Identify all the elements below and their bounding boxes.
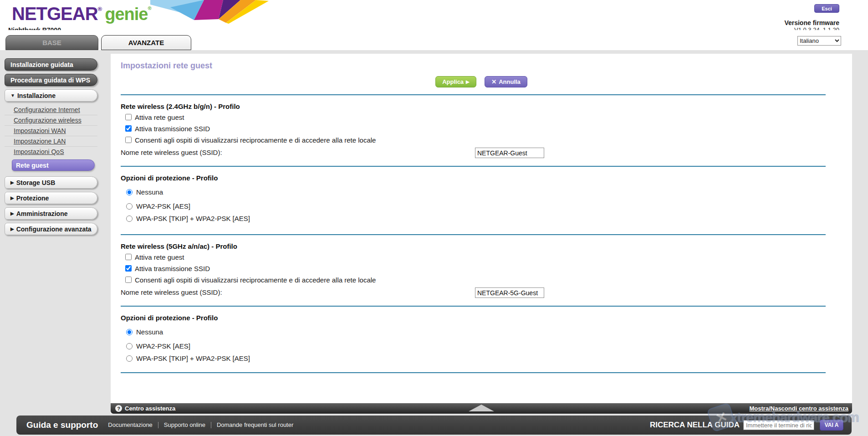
- sidebar-section-protezione[interactable]: ▶ Protezione: [5, 192, 97, 204]
- chevron-right-icon: ▶: [10, 226, 14, 231]
- checkbox-row-trasmissione-ssid-24[interactable]: Attiva trasmissione SSID: [125, 124, 852, 133]
- guide-search-input[interactable]: [743, 420, 814, 430]
- checkbox-row-attiva-rete-guest-24[interactable]: Attiva rete guest: [125, 113, 852, 121]
- radio-wpa-wpa2-mixed-24[interactable]: [126, 215, 133, 222]
- checkbox-label: Consenti agli ospiti di visualizzarsi re…: [135, 276, 376, 284]
- checkbox-row-trasmissione-ssid-5[interactable]: Attiva trasmissione SSID: [125, 264, 852, 272]
- radio-nessuna-24[interactable]: [126, 189, 133, 195]
- ssid-input-24ghz[interactable]: [475, 148, 544, 158]
- sidebar-item-impostazioni-wan[interactable]: Impostazioni WAN: [5, 125, 97, 136]
- language-select[interactable]: Italiano: [797, 36, 841, 46]
- checkbox-label: Attiva trasmissione SSID: [135, 265, 210, 272]
- checkbox-consenti-ospiti-24[interactable]: [125, 137, 132, 143]
- firmware-version-label: Versione firmware: [784, 19, 839, 26]
- radio-row-wpa2-psk-24[interactable]: WPA2-PSK [AES]: [126, 202, 852, 210]
- sidebar-item-installazione-guidata[interactable]: Installazione guidata: [5, 58, 97, 71]
- sidebar-item-procedura-wps[interactable]: Procedura guidata di WPS: [5, 74, 97, 86]
- section-divider: [121, 234, 826, 235]
- checkbox-attiva-rete-guest-5[interactable]: [125, 254, 132, 260]
- section-divider: [121, 94, 826, 95]
- tab-base[interactable]: BASE: [5, 35, 98, 50]
- checkbox-label: Consenti agli ospiti di visualizzarsi re…: [135, 136, 376, 144]
- ssid-row-5ghz: Nome rete wireless guest (SSID):: [121, 288, 852, 299]
- guide-search: RICERCA NELLA GUIDA VAI A: [650, 420, 843, 431]
- sidebar-item-rete-guest-selected[interactable]: Rete guest: [12, 159, 95, 171]
- ssid-input-5ghz[interactable]: [475, 287, 544, 298]
- header: NETGEAR®genie® Nighthawk R7000 Esci Vers…: [0, 0, 868, 30]
- sidebar-item-impostazioni-qos[interactable]: Impostazioni QoS: [5, 146, 97, 157]
- play-arrow-icon: ▶: [466, 79, 470, 84]
- footer-links: Documentazione Supporto online Domande f…: [108, 422, 299, 428]
- sidebar-collapsed-group: ▶ Storage USB ▶ Protezione ▶ Amministraz…: [5, 176, 97, 235]
- registered-mark-icon: ®: [98, 5, 102, 12]
- radio-label: WPA-PSK [TKIP] + WPA2-PSK [AES]: [136, 354, 250, 362]
- radio-row-wpa2-psk-5[interactable]: WPA2-PSK [AES]: [126, 342, 852, 350]
- chevron-right-icon: ▶: [10, 195, 14, 200]
- sidebar-section-installazione[interactable]: ▼ Installazione: [5, 89, 97, 102]
- sidebar-section-label: Protezione: [16, 195, 49, 202]
- help-center-label: Centro assistenza: [125, 405, 175, 412]
- sidebar-item-impostazione-lan[interactable]: Impostazione LAN: [5, 136, 97, 146]
- radio-wpa2-psk-24[interactable]: [126, 203, 133, 210]
- checkbox-trasmissione-ssid-5[interactable]: [125, 265, 132, 272]
- genie-wordmark: genie: [105, 5, 148, 24]
- logout-button[interactable]: Esci: [814, 4, 839, 13]
- sidebar-section-storage-usb[interactable]: ▶ Storage USB: [5, 176, 97, 189]
- radio-row-wpa-wpa2-mixed-24[interactable]: WPA-PSK [TKIP] + WPA2-PSK [AES]: [126, 215, 852, 222]
- sidebar-item-label: Installazione guidata: [10, 61, 73, 68]
- go-button[interactable]: VAI A: [820, 420, 843, 431]
- footer-bar: Guida e supporto Documentazione Supporto…: [16, 415, 852, 435]
- brand-ribbon-graphic: [150, 0, 269, 24]
- footer-link-domande-frequenti[interactable]: Domande frequenti sul router: [211, 422, 299, 428]
- toggle-help-center-link[interactable]: Mostra/Nascondi centro assistenza: [750, 405, 848, 412]
- checkbox-row-consenti-ospiti-24[interactable]: Consenti agli ospiti di visualizzarsi re…: [125, 136, 852, 144]
- action-buttons: Applica ▶ ✕ Annulla: [111, 76, 852, 88]
- ssid-label: Nome rete wireless guest (SSID):: [121, 288, 222, 296]
- radio-nessuna-5[interactable]: [126, 329, 133, 335]
- radio-row-nessuna-5[interactable]: Nessuna: [126, 328, 852, 336]
- footer-link-documentazione[interactable]: Documentazione: [108, 422, 158, 428]
- sidebar-sublinks: Configurazione Internet Configurazione w…: [5, 105, 97, 157]
- sidebar-item-label: Rete guest: [16, 162, 49, 169]
- tab-bar: BASE AVANZATE Italiano: [0, 30, 868, 50]
- radio-wpa2-psk-5[interactable]: [126, 343, 133, 349]
- section-divider: [121, 372, 826, 373]
- checkbox-attiva-rete-guest-24[interactable]: [125, 114, 132, 120]
- radio-label: WPA2-PSK [AES]: [136, 202, 190, 210]
- checkbox-row-attiva-rete-guest-5[interactable]: Attiva rete guest: [125, 253, 852, 261]
- radio-label: Nessuna: [136, 188, 163, 196]
- checkbox-consenti-ospiti-5[interactable]: [125, 277, 132, 283]
- sidebar-section-label: Storage USB: [16, 179, 56, 186]
- ssid-label: Nome rete wireless guest (SSID):: [121, 149, 222, 156]
- checkbox-trasmissione-ssid-24[interactable]: [125, 125, 132, 132]
- radio-wpa-wpa2-mixed-5[interactable]: [126, 355, 133, 362]
- apply-button-label: Applica: [442, 78, 464, 85]
- section-divider: [121, 306, 826, 307]
- checkbox-row-consenti-ospiti-5[interactable]: Consenti agli ospiti di visualizzarsi re…: [125, 276, 852, 284]
- help-question-icon: ?: [115, 405, 122, 412]
- netgear-wordmark: NETGEAR: [12, 4, 98, 24]
- footer-link-supporto-online[interactable]: Supporto online: [158, 422, 211, 428]
- registered-mark-icon: ®: [148, 5, 151, 11]
- apply-button[interactable]: Applica ▶: [435, 76, 476, 87]
- ssid-row-24ghz: Nome rete wireless guest (SSID):: [121, 149, 852, 159]
- radio-row-wpa-wpa2-mixed-5[interactable]: WPA-PSK [TKIP] + WPA2-PSK [AES]: [126, 354, 852, 362]
- expand-up-arrow-icon[interactable]: [469, 405, 494, 411]
- sidebar-item-configurazione-wireless[interactable]: Configurazione wireless: [5, 115, 97, 125]
- sidebar-section-label: Amministrazione: [16, 210, 68, 217]
- security-heading-5ghz: Opzioni di protezione - Profilo: [121, 314, 852, 322]
- tab-avanzate[interactable]: AVANZATE: [101, 35, 191, 50]
- cancel-button[interactable]: ✕ Annulla: [485, 76, 527, 87]
- section-heading-5ghz: Rete wireless (5GHz a/n/ac) - Profilo: [121, 242, 852, 250]
- sidebar-item-configurazione-internet[interactable]: Configurazione Internet: [5, 105, 97, 115]
- footer-title: Guida e supporto: [26, 420, 98, 430]
- chevron-right-icon: ▶: [10, 211, 14, 216]
- sidebar-nav: Installazione guidata Procedura guidata …: [5, 58, 97, 238]
- sidebar-section-configurazione-avanzata[interactable]: ▶ Configurazione avanzata: [5, 223, 97, 235]
- page-body: Installazione guidata Procedura guidata …: [0, 50, 868, 436]
- radio-row-nessuna-24[interactable]: Nessuna: [126, 188, 852, 196]
- section-heading-24ghz: Rete wireless (2.4GHz b/g/n) - Profilo: [121, 103, 852, 110]
- x-icon: ✕: [491, 78, 496, 85]
- sidebar-section-amministrazione[interactable]: ▶ Amministrazione: [5, 207, 97, 220]
- sidebar-section-label: Installazione: [17, 92, 56, 99]
